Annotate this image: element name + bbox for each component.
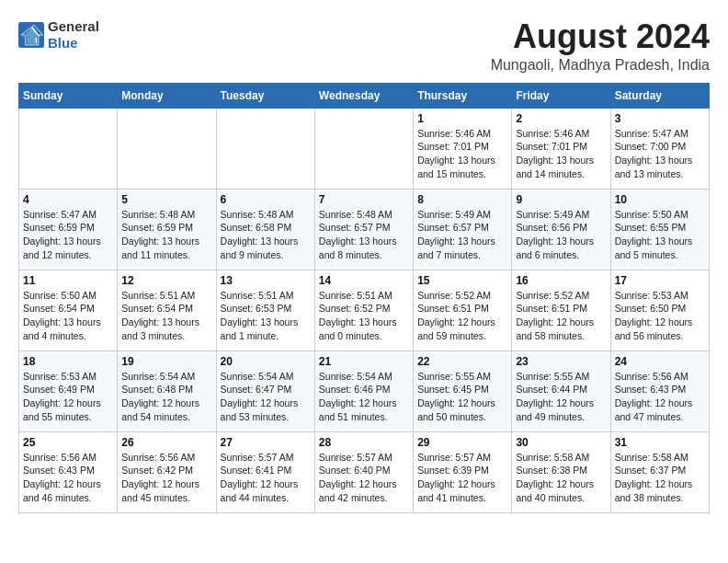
day-number: 18 [23, 355, 113, 368]
calendar-week-row: 18Sunrise: 5:53 AM Sunset: 6:49 PM Dayli… [19, 350, 710, 431]
page-header: General Blue August 2024 Mungaoli, Madhy… [18, 18, 710, 74]
day-number: 28 [319, 436, 409, 449]
logo-general: General [48, 18, 99, 35]
day-number: 21 [319, 355, 409, 368]
weekday-header: Thursday [414, 83, 512, 108]
day-info: Sunrise: 5:54 AM Sunset: 6:46 PM Dayligh… [319, 370, 409, 424]
title-block: August 2024 Mungaoli, Madhya Pradesh, In… [491, 18, 710, 74]
calendar-week-row: 1Sunrise: 5:46 AM Sunset: 7:01 PM Daylig… [19, 108, 710, 189]
day-info: Sunrise: 5:55 AM Sunset: 6:44 PM Dayligh… [516, 370, 606, 424]
day-number: 30 [516, 436, 606, 449]
day-number: 22 [417, 355, 507, 368]
day-number: 8 [417, 193, 507, 206]
logo: General Blue [18, 18, 99, 52]
day-info: Sunrise: 5:57 AM Sunset: 6:41 PM Dayligh… [221, 451, 311, 505]
calendar-cell: 16Sunrise: 5:52 AM Sunset: 6:51 PM Dayli… [512, 270, 610, 350]
calendar-cell: 23Sunrise: 5:55 AM Sunset: 6:44 PM Dayli… [512, 350, 610, 431]
weekday-header: Saturday [610, 83, 709, 108]
day-number: 1 [417, 112, 507, 125]
day-info: Sunrise: 5:48 AM Sunset: 6:59 PM Dayligh… [121, 208, 211, 262]
calendar-cell: 21Sunrise: 5:54 AM Sunset: 6:46 PM Dayli… [314, 350, 413, 431]
day-info: Sunrise: 5:49 AM Sunset: 6:57 PM Dayligh… [417, 208, 507, 262]
calendar-cell: 6Sunrise: 5:48 AM Sunset: 6:58 PM Daylig… [216, 189, 314, 270]
calendar-cell: 30Sunrise: 5:58 AM Sunset: 6:38 PM Dayli… [512, 431, 610, 512]
day-number: 16 [516, 274, 606, 287]
logo-blue: Blue [48, 35, 99, 52]
day-number: 13 [221, 274, 311, 287]
calendar-cell: 4Sunrise: 5:47 AM Sunset: 6:59 PM Daylig… [19, 189, 118, 270]
calendar-cell [118, 108, 216, 189]
calendar-cell: 17Sunrise: 5:53 AM Sunset: 6:50 PM Dayli… [610, 270, 709, 350]
calendar-cell: 24Sunrise: 5:56 AM Sunset: 6:43 PM Dayli… [610, 350, 709, 431]
calendar-cell: 19Sunrise: 5:54 AM Sunset: 6:48 PM Dayli… [118, 350, 216, 431]
day-number: 7 [319, 193, 409, 206]
weekday-header: Sunday [19, 83, 118, 108]
calendar-cell: 25Sunrise: 5:56 AM Sunset: 6:43 PM Dayli… [19, 431, 118, 512]
calendar-cell: 5Sunrise: 5:48 AM Sunset: 6:59 PM Daylig… [118, 189, 216, 270]
day-info: Sunrise: 5:47 AM Sunset: 6:59 PM Dayligh… [23, 208, 113, 262]
day-number: 17 [615, 274, 705, 287]
calendar-cell [314, 108, 413, 189]
day-number: 3 [615, 112, 705, 125]
day-info: Sunrise: 5:46 AM Sunset: 7:01 PM Dayligh… [516, 127, 606, 181]
calendar-week-row: 25Sunrise: 5:56 AM Sunset: 6:43 PM Dayli… [19, 431, 710, 512]
day-info: Sunrise: 5:52 AM Sunset: 6:51 PM Dayligh… [417, 289, 507, 343]
day-info: Sunrise: 5:56 AM Sunset: 6:42 PM Dayligh… [121, 451, 211, 505]
day-number: 5 [121, 193, 211, 206]
day-info: Sunrise: 5:58 AM Sunset: 6:38 PM Dayligh… [516, 451, 606, 505]
day-info: Sunrise: 5:51 AM Sunset: 6:53 PM Dayligh… [221, 289, 311, 343]
day-info: Sunrise: 5:49 AM Sunset: 6:56 PM Dayligh… [516, 208, 606, 262]
logo-icon [18, 22, 44, 48]
calendar-cell: 29Sunrise: 5:57 AM Sunset: 6:39 PM Dayli… [414, 431, 512, 512]
calendar-cell: 14Sunrise: 5:51 AM Sunset: 6:52 PM Dayli… [314, 270, 413, 350]
day-info: Sunrise: 5:51 AM Sunset: 6:52 PM Dayligh… [319, 289, 409, 343]
day-number: 2 [516, 112, 606, 125]
day-info: Sunrise: 5:53 AM Sunset: 6:49 PM Dayligh… [23, 370, 113, 424]
calendar-cell [19, 108, 118, 189]
day-info: Sunrise: 5:52 AM Sunset: 6:51 PM Dayligh… [516, 289, 606, 343]
day-number: 4 [23, 193, 113, 206]
calendar-week-row: 11Sunrise: 5:50 AM Sunset: 6:54 PM Dayli… [19, 270, 710, 350]
month-year: August 2024 [491, 18, 710, 55]
calendar-cell: 27Sunrise: 5:57 AM Sunset: 6:41 PM Dayli… [216, 431, 314, 512]
day-number: 27 [221, 436, 311, 449]
day-info: Sunrise: 5:58 AM Sunset: 6:37 PM Dayligh… [615, 451, 705, 505]
day-number: 15 [417, 274, 507, 287]
day-info: Sunrise: 5:57 AM Sunset: 6:39 PM Dayligh… [417, 451, 507, 505]
day-number: 9 [516, 193, 606, 206]
weekday-header: Friday [512, 83, 610, 108]
calendar-table: SundayMondayTuesdayWednesdayThursdayFrid… [18, 83, 710, 513]
calendar-cell: 18Sunrise: 5:53 AM Sunset: 6:49 PM Dayli… [19, 350, 118, 431]
day-info: Sunrise: 5:46 AM Sunset: 7:01 PM Dayligh… [417, 127, 507, 181]
calendar-cell [216, 108, 314, 189]
calendar-cell: 1Sunrise: 5:46 AM Sunset: 7:01 PM Daylig… [414, 108, 512, 189]
day-info: Sunrise: 5:53 AM Sunset: 6:50 PM Dayligh… [615, 289, 705, 343]
calendar-header-row: SundayMondayTuesdayWednesdayThursdayFrid… [19, 83, 710, 108]
day-number: 6 [221, 193, 311, 206]
day-info: Sunrise: 5:57 AM Sunset: 6:40 PM Dayligh… [319, 451, 409, 505]
day-number: 14 [319, 274, 409, 287]
day-info: Sunrise: 5:50 AM Sunset: 6:54 PM Dayligh… [23, 289, 113, 343]
day-info: Sunrise: 5:48 AM Sunset: 6:57 PM Dayligh… [319, 208, 409, 262]
day-info: Sunrise: 5:56 AM Sunset: 6:43 PM Dayligh… [615, 370, 705, 424]
calendar-cell: 9Sunrise: 5:49 AM Sunset: 6:56 PM Daylig… [512, 189, 610, 270]
day-info: Sunrise: 5:54 AM Sunset: 6:48 PM Dayligh… [121, 370, 211, 424]
calendar-cell: 7Sunrise: 5:48 AM Sunset: 6:57 PM Daylig… [314, 189, 413, 270]
calendar-cell: 15Sunrise: 5:52 AM Sunset: 6:51 PM Dayli… [414, 270, 512, 350]
calendar-cell: 22Sunrise: 5:55 AM Sunset: 6:45 PM Dayli… [414, 350, 512, 431]
day-number: 20 [221, 355, 311, 368]
day-number: 23 [516, 355, 606, 368]
day-number: 10 [615, 193, 705, 206]
calendar-cell: 2Sunrise: 5:46 AM Sunset: 7:01 PM Daylig… [512, 108, 610, 189]
day-number: 31 [615, 436, 705, 449]
day-number: 26 [121, 436, 211, 449]
calendar-cell: 31Sunrise: 5:58 AM Sunset: 6:37 PM Dayli… [610, 431, 709, 512]
calendar-cell: 12Sunrise: 5:51 AM Sunset: 6:54 PM Dayli… [118, 270, 216, 350]
calendar-cell: 20Sunrise: 5:54 AM Sunset: 6:47 PM Dayli… [216, 350, 314, 431]
day-number: 29 [417, 436, 507, 449]
day-info: Sunrise: 5:54 AM Sunset: 6:47 PM Dayligh… [221, 370, 311, 424]
day-number: 24 [615, 355, 705, 368]
day-info: Sunrise: 5:50 AM Sunset: 6:55 PM Dayligh… [615, 208, 705, 262]
calendar-cell: 11Sunrise: 5:50 AM Sunset: 6:54 PM Dayli… [19, 270, 118, 350]
calendar-cell: 13Sunrise: 5:51 AM Sunset: 6:53 PM Dayli… [216, 270, 314, 350]
